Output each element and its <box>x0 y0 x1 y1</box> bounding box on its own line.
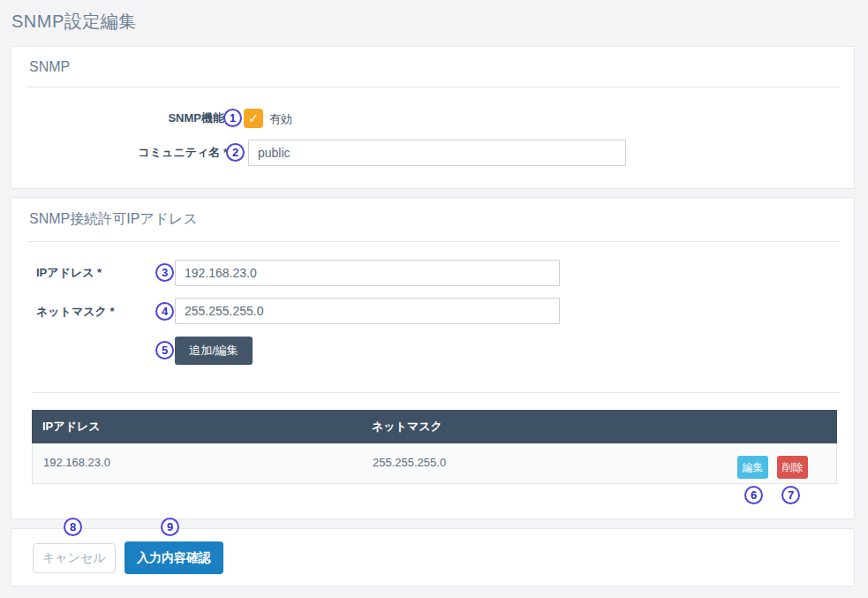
community-name-label: コミュニティ名 * <box>11 146 228 160</box>
table-header-row: IPアドレス ネットマスク <box>32 410 837 443</box>
section-divider <box>27 87 840 87</box>
allowed-ip-table: IPアドレス ネットマスク 192.168.23.0 255.255.255.0… <box>32 410 837 484</box>
check-icon: ✓ <box>248 111 259 125</box>
ip-address-input[interactable] <box>175 260 560 286</box>
annotation-badge-9: 9 <box>161 518 179 536</box>
annotation-badge-2: 2 <box>226 143 245 162</box>
table-divider <box>32 392 840 393</box>
annotation-badge-6: 6 <box>744 486 763 504</box>
snmp-enable-checkbox-label: 有効 <box>269 112 292 126</box>
annotation-badge-3: 3 <box>155 263 174 282</box>
snmp-enable-checkbox[interactable]: ✓ <box>244 109 263 128</box>
table-row: 192.168.23.0 255.255.255.0 編集 削除 <box>32 443 837 484</box>
netmask-label: ネットマスク * <box>36 305 115 319</box>
snmp-enable-label: SNMP機能 <box>11 111 224 125</box>
annotation-badge-4: 4 <box>155 302 174 321</box>
annotation-badge-1: 1 <box>223 109 242 127</box>
netmask-input[interactable] <box>175 298 560 324</box>
table-cell-ip: 192.168.23.0 <box>43 443 110 482</box>
allowed-ip-section-heading: SNMP接続許可IPアドレス <box>29 210 198 229</box>
snmp-section-card: SNMP SNMP機能 1 ✓ 有効 コミュニティ名 * 2 <box>11 46 855 189</box>
ip-address-label: IPアドレス * <box>36 266 102 280</box>
community-name-input[interactable] <box>248 140 626 166</box>
footer-action-bar: 8 9 キャンセル 入力内容確認 <box>11 528 855 587</box>
edit-button[interactable]: 編集 <box>737 456 768 479</box>
annotation-badge-7: 7 <box>781 486 800 504</box>
annotation-badge-5: 5 <box>155 341 174 360</box>
table-header-ip: IPアドレス <box>42 410 101 443</box>
annotation-badge-8: 8 <box>64 518 82 536</box>
confirm-input-button[interactable]: 入力内容確認 <box>125 541 223 574</box>
delete-button[interactable]: 削除 <box>777 456 808 479</box>
table-cell-netmask: 255.255.255.0 <box>373 443 446 482</box>
table-header-netmask: ネットマスク <box>372 410 442 443</box>
section-divider <box>27 241 840 242</box>
page-title: SNMP設定編集 <box>11 10 137 34</box>
cancel-button[interactable]: キャンセル <box>33 543 116 573</box>
add-edit-button[interactable]: 追加/編集 <box>175 337 253 365</box>
snmp-section-heading: SNMP <box>29 59 70 75</box>
allowed-ip-section-card: SNMP接続許可IPアドレス IPアドレス * 3 ネットマスク * 4 5 追… <box>11 197 855 519</box>
